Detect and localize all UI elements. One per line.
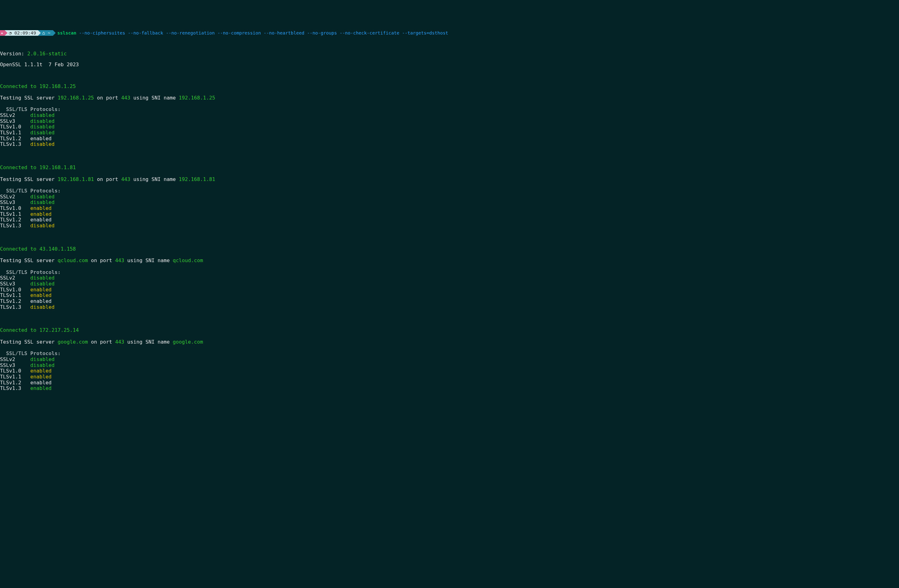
protocol-row: TLSv1.0 enabled (0, 205, 899, 211)
protocols-header: SSL/TLS Protocols: (0, 270, 899, 276)
blank-line (0, 147, 899, 153)
version-value: 2.0.16-static (27, 51, 67, 57)
protocol-name: TLSv1.1 (0, 374, 30, 380)
blank-line (0, 316, 899, 322)
protocol-row: TLSv1.2 enabled (0, 136, 899, 142)
protocol-row: TLSv1.2 enabled (0, 217, 899, 223)
openssl-value: OpenSSL 1.1.1t 7 Feb 2023 (0, 62, 79, 68)
protocol-row: TLSv1.2 enabled (0, 298, 899, 304)
protocol-row: SSLv2 disabled (0, 357, 899, 363)
protocol-row: SSLv3 disabled (0, 119, 899, 124)
protocol-row: SSLv2 disabled (0, 194, 899, 200)
protocol-name: TLSv1.0 (0, 205, 30, 211)
protocol-status: disabled (30, 141, 54, 147)
protocol-name: SSLv2 (0, 275, 30, 281)
status-time-segment: ◔ 02:09:49 (5, 30, 38, 36)
protocol-status: disabled (30, 362, 54, 368)
blank-line (0, 310, 899, 316)
protocol-row: TLSv1.1 enabled (0, 374, 899, 380)
protocol-row: TLSv1.0 disabled (0, 124, 899, 130)
protocol-status: enabled (30, 380, 51, 386)
protocol-status: disabled (30, 112, 54, 118)
status-bar: ✦ ◔ 02:09:49 ⌂ ~ sslscan --no-ciphersuit… (0, 30, 899, 36)
protocol-status: enabled (30, 217, 51, 223)
protocol-status: disabled (30, 118, 54, 124)
protocol-status: enabled (30, 298, 51, 304)
status-path: ~ (48, 31, 51, 35)
protocols-header: SSL/TLS Protocols: (0, 188, 899, 194)
protocol-row: TLSv1.1 enabled (0, 211, 899, 218)
openssl-line: OpenSSL 1.1.1t 7 Feb 2023 (0, 62, 899, 68)
connected-line: Connected to 192.168.1.81 (0, 165, 899, 171)
blank-line (0, 101, 899, 107)
command-line[interactable]: sslscan --no-ciphersuites --no-fallback … (53, 30, 450, 36)
protocol-row: SSLv3 disabled (0, 200, 899, 205)
protocol-name: TLSv1.1 (0, 130, 30, 136)
protocol-row: TLSv1.3 disabled (0, 223, 899, 229)
blank-line (0, 252, 899, 258)
protocol-name: TLSv1.1 (0, 211, 30, 217)
protocol-name: SSLv2 (0, 357, 30, 362)
testing-line: Testing SSL server 192.168.1.25 on port … (0, 95, 899, 101)
logo-icon: ✦ (1, 31, 3, 35)
blank-line (0, 322, 899, 328)
testing-line: Testing SSL server google.com on port 44… (0, 339, 899, 345)
protocol-status: enabled (30, 368, 51, 374)
blank-line (0, 153, 899, 159)
connected-line: Connected to 192.168.1.25 (0, 83, 899, 90)
protocol-row: TLSv1.3 disabled (0, 304, 899, 310)
protocol-status: disabled (30, 194, 54, 200)
protocol-name: TLSv1.2 (0, 217, 30, 223)
protocol-row: SSLv2 disabled (0, 275, 899, 281)
blank-line (0, 240, 899, 246)
blank-line (0, 345, 899, 351)
blank-line (0, 229, 899, 235)
protocol-row: SSLv2 disabled (0, 113, 899, 119)
blank-line (0, 235, 899, 240)
protocol-row: TLSv1.2 enabled (0, 380, 899, 386)
protocol-row: TLSv1.1 enabled (0, 293, 899, 298)
protocol-name: TLSv1.2 (0, 380, 30, 386)
protocol-name: SSLv3 (0, 199, 30, 205)
protocol-status: enabled (30, 211, 51, 217)
protocol-name: SSLv3 (0, 362, 30, 368)
protocol-name: SSLv3 (0, 118, 30, 124)
status-logo-segment: ✦ (0, 30, 5, 36)
protocol-name: TLSv1.1 (0, 292, 30, 298)
version-label: Version: (0, 51, 27, 57)
protocol-name: TLSv1.3 (0, 141, 30, 147)
clock-icon: ◔ (9, 31, 12, 35)
blank-line (0, 89, 899, 95)
protocol-name: TLSv1.0 (0, 287, 30, 293)
protocol-status: disabled (30, 281, 54, 287)
protocol-status: disabled (30, 357, 54, 362)
protocol-status: enabled (30, 287, 51, 293)
protocol-status: enabled (30, 292, 51, 298)
protocol-row: TLSv1.3 disabled (0, 142, 899, 147)
protocol-row: TLSv1.3 enabled (0, 386, 899, 392)
command-name: sslscan (57, 31, 76, 35)
protocol-name: TLSv1.3 (0, 304, 30, 310)
protocols-header: SSL/TLS Protocols: (0, 351, 899, 357)
protocol-status: disabled (30, 130, 54, 136)
protocol-name: TLSv1.2 (0, 136, 30, 142)
testing-line: Testing SSL server qcloud.com on port 44… (0, 258, 899, 264)
connected-line: Connected to 43.140.1.158 (0, 246, 899, 252)
protocol-row: TLSv1.1 disabled (0, 130, 899, 136)
protocol-status: disabled (30, 223, 54, 228)
protocol-name: TLSv1.0 (0, 368, 30, 374)
blank-line (0, 264, 899, 270)
protocol-status: enabled (30, 385, 51, 391)
protocol-name: TLSv1.2 (0, 298, 30, 304)
protocol-name: TLSv1.3 (0, 223, 30, 228)
protocol-status: disabled (30, 304, 54, 310)
connected-line: Connected to 172.217.25.14 (0, 327, 899, 333)
blank-line (0, 159, 899, 165)
protocol-row: TLSv1.0 enabled (0, 368, 899, 374)
blank-line (0, 333, 899, 339)
protocol-name: SSLv2 (0, 194, 30, 200)
protocol-status: enabled (30, 136, 51, 142)
protocol-row: SSLv3 disabled (0, 363, 899, 369)
terminal-output[interactable]: Version: 2.0.16-static OpenSSL 1.1.1t 7 … (0, 46, 899, 397)
protocol-status: enabled (30, 374, 51, 380)
